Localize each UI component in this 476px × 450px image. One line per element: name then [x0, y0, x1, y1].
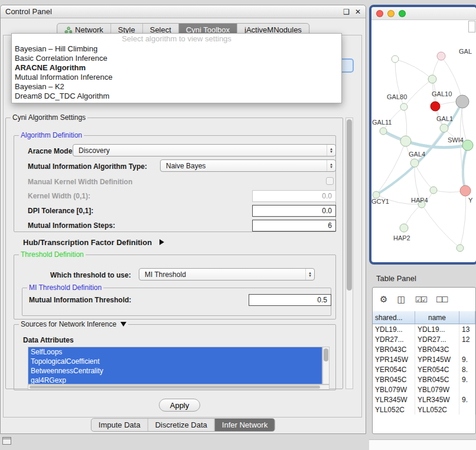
combo-stepper-icon: ▲▼ — [327, 145, 335, 156]
table-row[interactable]: YLL052CYLL052C — [373, 405, 475, 415]
dropdown-option[interactable]: Bayesian – Hill Climbing — [12, 44, 341, 54]
column-header-extra[interactable] — [459, 311, 475, 324]
table-row[interactable]: YBL079WYBL079W — [373, 384, 475, 394]
mi-steps-label: Mutual Information Steps: — [28, 221, 115, 230]
table-row[interactable]: YDR27...YDR27...12 — [373, 334, 475, 344]
network-node[interactable] — [400, 136, 411, 146]
network-edge[interactable] — [404, 79, 432, 107]
cell — [459, 344, 475, 354]
dropdown-option[interactable]: Mutual Information Inference — [12, 73, 341, 82]
aracne-mode-select[interactable]: Discovery ▲▼ — [73, 144, 336, 156]
mi-threshold-value: 0.5 — [317, 296, 327, 304]
cell: 8. — [459, 364, 475, 374]
tab-impute-data[interactable]: Impute Data — [92, 419, 148, 431]
control-panel-window: Control Panel ❑ ✕ Network Style Select C… — [0, 5, 366, 434]
list-horizontal-scrollbar[interactable] — [28, 384, 330, 390]
mi-algorithm-type-select[interactable]: Naive Bayes ▲▼ — [160, 159, 336, 172]
dropdown-option[interactable]: Dream8 DC_TDC Algorithm — [12, 92, 341, 101]
network-node-label: GAL10 — [432, 90, 452, 97]
network-node[interactable] — [430, 187, 437, 194]
network-node[interactable] — [460, 185, 471, 196]
table-row[interactable]: YBR045CYBR045C9. — [373, 374, 475, 384]
network-node[interactable] — [437, 52, 445, 60]
settings-vertical-scrollbar[interactable] — [345, 118, 353, 389]
deselect-all-icon[interactable]: ☐☐ — [436, 295, 447, 304]
network-node[interactable] — [392, 56, 399, 63]
tab-impute-data-label: Impute Data — [99, 420, 141, 429]
columns-icon[interactable]: ◫ — [397, 294, 405, 305]
docked-panel-icon[interactable] — [2, 437, 11, 445]
minimize-traffic-light-icon[interactable] — [387, 10, 395, 17]
dropdown-option[interactable]: Bayesian – K2 — [12, 82, 341, 92]
dropdown-option[interactable]: Basic Correlation Inference — [12, 54, 341, 63]
network-edge[interactable] — [422, 204, 460, 248]
float-window-icon[interactable]: ❑ — [343, 8, 350, 16]
cell: YPR145W — [415, 354, 459, 364]
mi-threshold-field[interactable]: 0.5 — [249, 294, 331, 306]
cell: YBR045C — [415, 374, 459, 384]
list-item[interactable]: TopologicalCoefficient — [28, 357, 322, 366]
network-node[interactable] — [400, 224, 408, 232]
dropdown-option-selected[interactable]: ARACNE Algorithm — [12, 63, 341, 73]
cell: YER054C — [415, 364, 459, 374]
sources-legend-label: Sources for Network Inference — [21, 320, 116, 328]
network-edge[interactable] — [415, 163, 433, 190]
network-node[interactable] — [428, 75, 436, 83]
network-tab-icon — [64, 27, 72, 34]
network-edge[interactable] — [376, 141, 406, 195]
list-item[interactable]: gal4RGexp — [28, 376, 322, 384]
network-node[interactable] — [410, 159, 419, 167]
kernel-width-label: Kernel Width (0,1): — [28, 192, 90, 200]
mi-threshold-label: Mutual Information Threshold: — [29, 296, 131, 304]
table-row[interactable]: YBR043CYBR043C — [373, 344, 475, 354]
network-edge[interactable] — [463, 145, 468, 191]
dropdown-placeholder: Select algorithm to view settings — [12, 34, 341, 44]
table-row[interactable]: YER054CYER054C8. — [373, 364, 475, 374]
network-edge[interactable] — [460, 191, 466, 248]
cell: 13 — [459, 324, 475, 334]
scrollbar-thumb[interactable] — [30, 386, 320, 389]
network-node-label: SWI4 — [448, 136, 464, 144]
table-row[interactable]: YLR345WYLR345W9. — [373, 394, 475, 405]
column-header-shared-name[interactable]: shared... — [373, 311, 415, 324]
network-node[interactable] — [456, 95, 469, 108]
network-window-titlebar[interactable] — [371, 7, 476, 20]
table-row[interactable]: YDL19...YDL19...13 — [373, 324, 475, 334]
cell — [459, 405, 475, 415]
scrollbar-thumb[interactable] — [324, 348, 328, 361]
column-header-name[interactable]: name — [415, 311, 459, 324]
sources-toggle[interactable]: Sources for Network Inference — [19, 320, 128, 328]
gear-icon[interactable]: ⚙ — [380, 294, 387, 305]
scrollbar-thumb[interactable] — [347, 119, 352, 291]
select-all-icon[interactable]: ☑☑ — [415, 295, 426, 304]
network-node[interactable] — [380, 128, 387, 135]
hub-definition-label: Hub/Transcription Factor Definition — [23, 238, 152, 247]
control-panel-titlebar[interactable]: Control Panel ❑ ✕ — [1, 5, 366, 18]
apply-button[interactable]: Apply — [159, 399, 200, 412]
network-node[interactable] — [462, 140, 473, 151]
network-edge[interactable] — [395, 59, 432, 79]
network-node-label: Y — [468, 197, 473, 204]
network-node[interactable] — [440, 124, 448, 132]
mi-steps-field[interactable]: 6 — [252, 220, 336, 231]
list-vertical-scrollbar[interactable] — [322, 347, 330, 384]
close-traffic-light-icon[interactable] — [376, 10, 383, 17]
network-node[interactable] — [400, 103, 407, 110]
which-threshold-select[interactable]: MI Threshold ▲▼ — [139, 268, 315, 281]
cell: YLL052C — [373, 405, 415, 415]
network-node[interactable] — [431, 102, 440, 111]
list-item[interactable]: SelfLoops — [28, 347, 322, 357]
tab-infer-network[interactable]: Infer Network — [214, 419, 275, 431]
network-scrollbar[interactable] — [468, 21, 475, 32]
list-item[interactable]: BetweennessCentrality — [28, 366, 322, 376]
network-node[interactable] — [457, 244, 464, 252]
zoom-traffic-light-icon[interactable] — [399, 10, 406, 17]
hub-definition-toggle[interactable]: Hub/Transcription Factor Definition — [23, 238, 164, 247]
cell: YBR043C — [373, 344, 415, 354]
close-icon[interactable]: ✕ — [355, 8, 361, 16]
network-canvas[interactable]: GALGAL80GAL10GAL11GAL1SWI4GAL4GCY1HAP4YH… — [371, 20, 476, 265]
network-node-label: GAL80 — [387, 93, 407, 100]
dpi-tolerance-field[interactable]: 0.0 — [252, 205, 336, 217]
tab-discretize-data[interactable]: Discretize Data — [148, 419, 214, 431]
table-row[interactable]: YPR145WYPR145W9. — [373, 354, 475, 364]
